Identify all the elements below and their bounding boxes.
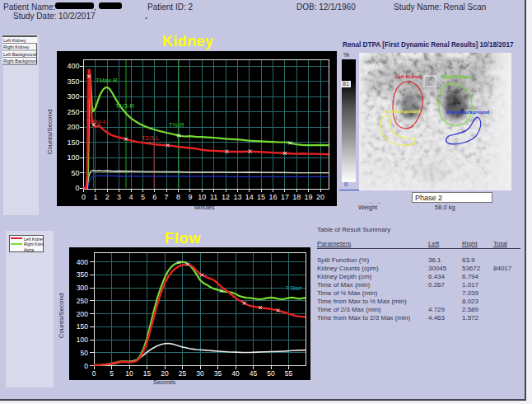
svg-text:Right Background: Right Background [3, 59, 37, 63]
svg-text:350: 350 [77, 270, 88, 279]
svg-text:8: 8 [176, 193, 180, 201]
svg-text:0: 0 [84, 362, 88, 370]
svg-text:100: 100 [67, 153, 79, 162]
svg-text:16: 16 [268, 193, 277, 201]
svg-text:1: 1 [93, 193, 97, 201]
svg-text:Left Kidney: Left Kidney [395, 74, 422, 79]
svg-text:250: 250 [77, 297, 88, 305]
svg-text:300: 300 [77, 284, 88, 292]
svg-text:Aorta ROI: Aorta ROI [418, 68, 440, 73]
svg-text:18: 18 [292, 193, 301, 201]
svg-text:300: 300 [67, 92, 79, 101]
svg-text:350: 350 [67, 78, 79, 86]
svg-text:40: 40 [231, 369, 240, 378]
svg-text:5: 5 [141, 193, 145, 201]
svg-text:6: 6 [152, 193, 156, 201]
svg-text:Left Background: Left Background [3, 52, 36, 57]
svg-text:50: 50 [71, 169, 79, 177]
svg-text:TMax-L: TMax-L [86, 118, 106, 125]
svg-text:50: 50 [81, 349, 89, 357]
svg-text:20: 20 [316, 193, 324, 201]
svg-text:9: 9 [188, 193, 192, 201]
svg-text:30: 30 [196, 369, 204, 378]
svg-text:T½-R: T½-R [169, 121, 184, 129]
svg-text:200: 200 [77, 310, 88, 318]
svg-text:Left Background: Left Background [381, 109, 421, 114]
svg-text:45: 45 [250, 369, 258, 378]
svg-text:250: 250 [67, 108, 79, 116]
svg-text:3: 3 [117, 193, 121, 201]
svg-text:10: 10 [198, 193, 206, 201]
svg-text:17: 17 [281, 193, 289, 201]
svg-text:15: 15 [257, 193, 265, 201]
svg-text:12: 12 [222, 193, 230, 201]
svg-text:15: 15 [143, 369, 152, 378]
svg-text:TMax-R: TMax-R [96, 77, 118, 84]
svg-text:400: 400 [77, 258, 88, 266]
svg-text:55: 55 [285, 369, 293, 378]
svg-text:Right Kidney: Right Kidney [3, 45, 29, 49]
svg-text:150: 150 [77, 322, 88, 331]
svg-text:13: 13 [233, 193, 241, 201]
svg-text:11: 11 [210, 193, 217, 201]
svg-text:14: 14 [245, 193, 254, 201]
svg-text:20: 20 [161, 369, 169, 378]
svg-text:Right Background: Right Background [446, 110, 489, 115]
svg-text:150: 150 [67, 139, 79, 147]
svg-text:10: 10 [125, 369, 133, 378]
svg-text:0: 0 [92, 369, 96, 378]
svg-text:35: 35 [214, 369, 222, 378]
svg-text:4: 4 [128, 193, 133, 201]
svg-text:7: 7 [165, 193, 169, 201]
svg-text:5: 5 [110, 369, 114, 378]
svg-text:200: 200 [67, 123, 79, 131]
svg-text:2: 2 [105, 193, 110, 201]
svg-text:T1/3-R: T1/3-R [115, 102, 135, 110]
svg-text:Aorta: Aorta [24, 247, 34, 252]
svg-text:25: 25 [179, 369, 187, 378]
svg-text:0: 0 [75, 184, 79, 192]
svg-text:19: 19 [305, 193, 313, 201]
svg-text:Left Kidney: Left Kidney [24, 237, 44, 242]
svg-text:400: 400 [67, 62, 79, 70]
svg-text:Left Kidney: Left Kidney [3, 38, 26, 43]
svg-text:50: 50 [267, 369, 275, 378]
svg-text:Right Kidney: Right Kidney [441, 74, 473, 79]
svg-text:T2/3-L: T2/3-L [142, 134, 160, 142]
svg-text:0: 0 [82, 193, 86, 201]
svg-text:Right Kidney: Right Kidney [24, 242, 44, 247]
svg-text:100: 100 [77, 336, 88, 344]
svg-text:T Start: T Start [286, 285, 302, 291]
